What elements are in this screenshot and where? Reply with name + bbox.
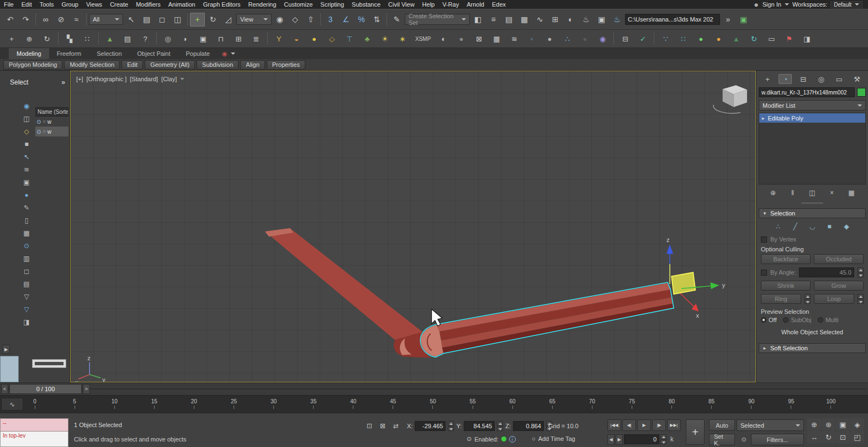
zoom-icon[interactable]: ⊕	[807, 418, 821, 430]
object-color-swatch[interactable]	[857, 88, 866, 97]
menu-tools[interactable]: Tools	[36, 0, 58, 9]
ribbon-panel-edit[interactable]: Edit	[121, 60, 143, 70]
door-icon[interactable]: ⊓	[213, 33, 229, 45]
undo-icon[interactable]: ↶	[3, 13, 18, 27]
zoom-all-icon[interactable]: ⊛	[822, 418, 835, 430]
schematic-view-icon[interactable]: ⊞	[548, 13, 563, 27]
preview-multi-radio[interactable]	[818, 317, 823, 323]
maximize-viewport-icon[interactable]: ◰	[850, 431, 864, 443]
track-bar[interactable]: ∿ 05101520253035404550556065707580859095…	[0, 395, 868, 413]
menu-rendering[interactable]: Rendering	[245, 0, 280, 9]
pin-red-icon[interactable]: ⚑	[781, 33, 797, 45]
menu-file[interactable]: File	[0, 0, 18, 9]
menu-help[interactable]: Help	[419, 0, 439, 9]
scene-object-row[interactable]: ⊙○w	[35, 117, 68, 127]
leaf-icon[interactable]: ♣	[359, 33, 375, 45]
overflow-chevron-icon[interactable]: »	[61, 78, 65, 86]
molding-selected-segment[interactable]	[420, 282, 674, 357]
list-icon[interactable]: ▤	[119, 33, 136, 45]
make-unique-icon[interactable]: ◫	[807, 188, 818, 198]
modifier-list-dropdown[interactable]: Modifier List	[759, 100, 866, 111]
material-editor-icon[interactable]: ◐	[563, 13, 578, 27]
explorer-shapes-filter-icon[interactable]: ◇	[21, 126, 32, 137]
droplet-icon[interactable]: ◦	[523, 33, 540, 45]
sphere-gray-icon[interactable]: ●	[453, 33, 469, 45]
ribbon-panel-polygon-modeling[interactable]: Polygon Modeling	[3, 60, 62, 70]
listener-line[interactable]: In top-lev	[0, 432, 68, 447]
preview-subobj-radio[interactable]	[783, 317, 788, 323]
hierarchy-tab-icon[interactable]: ⊟	[797, 74, 810, 84]
orbit-icon[interactable]: ↻	[822, 431, 835, 443]
auto-key-button[interactable]: Auto	[709, 419, 735, 431]
help-icon[interactable]: ?	[137, 33, 154, 45]
z-field[interactable]: 0.864	[513, 421, 544, 431]
particles-icon[interactable]: ∴	[559, 33, 575, 45]
torus-icon[interactable]: ◎	[160, 33, 176, 45]
ring-spinner[interactable]	[805, 294, 811, 304]
box-icon[interactable]: ▣	[195, 33, 211, 45]
menu-arnold[interactable]: Arnold	[463, 0, 488, 9]
select-and-manipulate-icon[interactable]: ◇	[288, 13, 303, 27]
percent-snap-icon[interactable]: %	[354, 13, 369, 27]
modifier-stack[interactable]: ▸Editable Poly	[759, 113, 866, 185]
menu-edit[interactable]: Edit	[18, 0, 36, 9]
previous-key-button[interactable]: ◀	[607, 434, 615, 445]
reference-coordinate-dropdown[interactable]: View	[236, 14, 272, 25]
motion-tab-icon[interactable]: ◎	[814, 74, 828, 84]
rendered-frame-icon[interactable]: ▣	[594, 13, 609, 27]
x-field[interactable]: -29.465	[415, 421, 446, 431]
frame-spinner[interactable]	[660, 434, 666, 444]
sun-icon[interactable]: ☀	[377, 33, 393, 45]
next-frame-slider-button[interactable]: >	[83, 384, 90, 394]
select-and-scale-icon[interactable]: ◿	[221, 13, 236, 27]
menu-animation[interactable]: Animation	[165, 0, 199, 9]
ribbon-tab-populate[interactable]: Populate	[178, 48, 217, 59]
menu-graph-editors[interactable]: Graph Editors	[199, 0, 245, 9]
time-slider[interactable]: < 0 / 100 >	[0, 382, 868, 395]
check-icon[interactable]: ✓	[634, 33, 651, 45]
by-angle-checkbox[interactable]	[761, 270, 767, 276]
y-field[interactable]: 84.545	[464, 421, 495, 431]
time-slider-handle[interactable]: 0 / 100	[9, 384, 82, 394]
grow-button[interactable]: Grow	[814, 281, 864, 291]
sphere-light-icon[interactable]: ●	[541, 33, 558, 45]
set-key-button[interactable]: Set K.	[709, 434, 735, 445]
menu-scripting[interactable]: Scripting	[316, 0, 348, 9]
gizmo-x-axis[interactable]	[680, 293, 695, 307]
border-subobject-icon[interactable]: ◡	[806, 222, 819, 232]
mirror-icon[interactable]: ◧	[470, 13, 485, 27]
explorer-scrollbar[interactable]	[32, 359, 66, 368]
ribbon-panel-subdivision[interactable]: Subdivision	[197, 60, 239, 70]
polygon-subobject-icon[interactable]: ■	[823, 222, 836, 232]
spinner-snap-icon[interactable]: ⇅	[369, 13, 384, 27]
menu-modifiers[interactable]: Modifiers	[132, 0, 165, 9]
modifier-stack-item[interactable]: ▸Editable Poly	[759, 113, 865, 123]
wire-cube-icon[interactable]: ⊠	[470, 33, 487, 45]
loop-button[interactable]: Loop	[814, 294, 854, 304]
info-icon[interactable]: i	[509, 436, 516, 443]
funnel-icon[interactable]: Y	[271, 33, 287, 45]
layer-explorer-icon[interactable]: ▤	[501, 13, 516, 27]
select-and-move-icon[interactable]: +	[190, 13, 205, 27]
waves-icon[interactable]: ≋	[506, 33, 522, 45]
layout-tabs-flyout-button[interactable]: ▶	[2, 345, 10, 354]
remove-modifier-icon[interactable]: ×	[827, 188, 838, 198]
monitor-icon[interactable]: ▭	[763, 33, 780, 45]
object-name-field[interactable]: w.dikart.ru_Kr-3_137Hx148mm002	[759, 87, 855, 97]
configure-modifier-sets-icon[interactable]: ▦	[846, 188, 857, 198]
edit-named-selection-sets-icon[interactable]: ✎	[389, 13, 404, 27]
soft-selection-rollout-header[interactable]: ► Soft Selection	[759, 343, 866, 353]
ribbon-panel-modify-selection[interactable]: Modify Selection	[64, 60, 120, 70]
set-keys-button[interactable]: +	[686, 419, 705, 445]
explorer-filter-icon[interactable]: ▽	[21, 291, 32, 302]
explorer-solid-filter-icon[interactable]: ■	[21, 139, 32, 150]
chamfer-icon[interactable]: ◗	[177, 33, 194, 45]
aec-foliage-icon[interactable]: ▲	[102, 33, 118, 45]
zoom-extents-icon[interactable]: ▣	[836, 418, 850, 430]
explorer-cursor-icon[interactable]: ↖	[21, 151, 32, 162]
menu-views[interactable]: Views	[82, 0, 106, 9]
menu-customize[interactable]: Customize	[280, 0, 316, 9]
menu-civil-view[interactable]: Civil View	[384, 0, 418, 9]
render-production-icon[interactable]: ♨	[610, 13, 624, 27]
filters-button[interactable]: Filters...	[751, 434, 804, 445]
